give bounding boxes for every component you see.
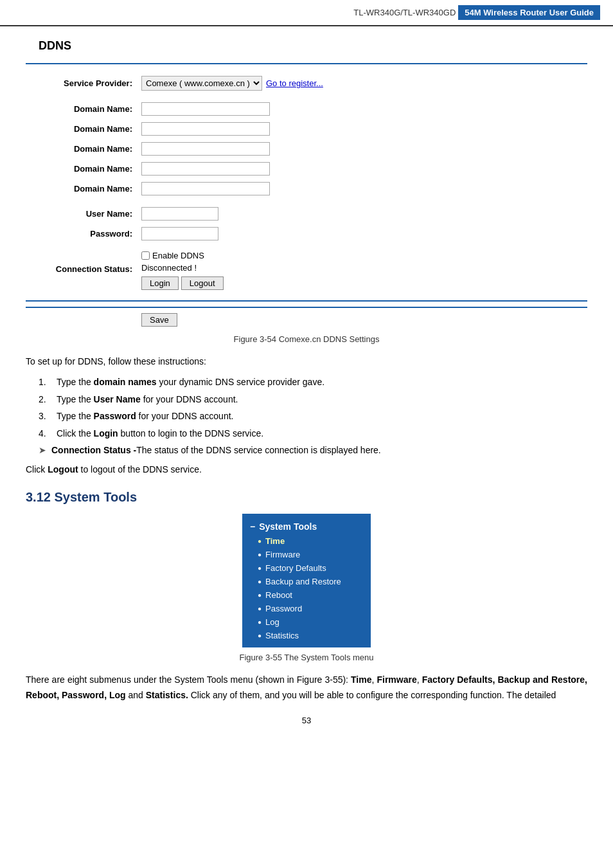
- bullet-icon-reboot: ●: [258, 592, 262, 599]
- domain-name-label-1: Domain Name:: [26, 104, 141, 114]
- login-button[interactable]: Login: [141, 276, 179, 290]
- bold-login: Login: [94, 428, 118, 439]
- connection-status-label: Connection Status:: [26, 263, 141, 274]
- domain-name-input-5[interactable]: [141, 182, 270, 195]
- domain-name-control-4: [141, 162, 270, 176]
- bold-user-name: User Name: [94, 394, 141, 404]
- instruction-step-1: 1. Type the domain names your dynamic DN…: [39, 375, 587, 389]
- domain-name-input-2[interactable]: [141, 122, 270, 136]
- bold-connection-status: Connection Status -: [51, 445, 136, 455]
- user-name-control: [141, 207, 218, 221]
- enable-ddns-checkbox[interactable]: [141, 251, 150, 260]
- domain-name-label-2: Domain Name:: [26, 124, 141, 134]
- password-label: Password:: [26, 229, 141, 239]
- domain-name-input-3[interactable]: [141, 142, 270, 156]
- domain-name-label-5: Domain Name:: [26, 184, 141, 194]
- logout-button[interactable]: Logout: [181, 276, 224, 290]
- figure-55-caption: Figure 3-55 The System Tools menu: [26, 653, 587, 662]
- model-text: TL-WR340G/TL-WR340GD: [353, 8, 456, 17]
- menu-item-backup-restore[interactable]: ● Backup and Restore: [242, 575, 371, 588]
- menu-item-reboot[interactable]: ● Reboot: [242, 588, 371, 602]
- service-provider-select[interactable]: Comexe ( www.comexe.cn ): [141, 76, 262, 91]
- save-btn-container: Save: [26, 313, 177, 327]
- menu-item-time-label: Time: [265, 536, 285, 546]
- password-input[interactable]: [141, 227, 218, 240]
- figure-54-caption: Figure 3-54 Comexe.cn DDNS Settings: [26, 334, 587, 344]
- domain-name-control-5: [141, 182, 270, 195]
- password-row: Password:: [26, 226, 587, 242]
- enable-ddns-row: Enable DDNS: [26, 251, 587, 260]
- instructions-intro: To set up for DDNS, follow these instruc…: [26, 354, 587, 368]
- menu-item-factory-defaults[interactable]: ● Factory Defaults: [242, 561, 371, 575]
- user-name-row: User Name:: [26, 206, 587, 222]
- menu-item-log-label: Log: [265, 617, 280, 627]
- menu-header-label: System Tools: [259, 521, 317, 532]
- connection-status-section: Connection Status: Disconnected ! Login …: [26, 263, 587, 290]
- bullet-icon-backup: ●: [258, 578, 262, 585]
- instructions-list: 1. Type the domain names your dynamic DN…: [39, 375, 587, 457]
- domain-name-control-3: [141, 142, 270, 156]
- menu-item-password[interactable]: ● Password: [242, 602, 371, 615]
- service-provider-label: Service Provider:: [26, 78, 141, 88]
- menu-item-backup-label: Backup and Restore: [265, 577, 341, 586]
- logout-note: Click Logout to logout of the DDNS servi…: [26, 462, 587, 476]
- minus-icon: −: [250, 521, 255, 532]
- bullet-icon-firmware: ●: [258, 551, 262, 558]
- domain-name-input-1[interactable]: [141, 102, 270, 116]
- bold-time: Time: [351, 674, 371, 685]
- domain-name-row-3: Domain Name:: [26, 141, 587, 157]
- menu-item-factory-label: Factory Defaults: [265, 563, 326, 573]
- domain-name-label-3: Domain Name:: [26, 144, 141, 154]
- menu-item-password-label: Password: [265, 604, 302, 613]
- menu-item-statistics-label: Statistics: [265, 631, 299, 640]
- instruction-step-3: 3. Type the Password for your DDNS accou…: [39, 409, 587, 423]
- menu-item-firmware[interactable]: ● Firmware: [242, 548, 371, 561]
- page-number: 53: [26, 716, 587, 725]
- system-tools-description: There are eight submenus under the Syste…: [26, 673, 587, 703]
- ddns-form-box: Service Provider: Comexe ( www.comexe.cn…: [26, 63, 587, 302]
- enable-ddns-label: Enable DDNS: [152, 251, 204, 260]
- password-control: [141, 227, 218, 240]
- connection-status-content: Disconnected ! Login Logout: [141, 263, 224, 290]
- domain-name-control-1: [141, 102, 270, 116]
- domain-name-input-4[interactable]: [141, 162, 270, 176]
- save-row: Save: [26, 307, 587, 329]
- menu-header: − System Tools: [242, 519, 371, 534]
- bold-firmware: Firmware: [377, 674, 416, 685]
- go-register-link[interactable]: Go to register...: [266, 78, 323, 88]
- bold-password: Password: [94, 411, 136, 421]
- ddns-title: DDNS: [26, 39, 587, 53]
- menu-item-time[interactable]: ● Time: [242, 534, 371, 548]
- bullet-icon-factory: ●: [258, 565, 262, 572]
- instruction-step-4: 4. Click the Login button to login to th…: [39, 426, 587, 440]
- bullet-icon-log: ●: [258, 619, 262, 626]
- menu-item-reboot-label: Reboot: [265, 590, 292, 600]
- instruction-bullet: ➤ Connection Status -The status of the D…: [39, 443, 587, 457]
- section-312-heading: 3.12 System Tools: [26, 490, 587, 505]
- bold-logout: Logout: [48, 464, 78, 475]
- domain-name-control-2: [141, 122, 270, 136]
- menu-item-statistics[interactable]: ● Statistics: [242, 629, 371, 642]
- save-button[interactable]: Save: [141, 313, 177, 327]
- user-name-label: User Name:: [26, 209, 141, 219]
- system-tools-menu: − System Tools ● Time ● Firmware ● Facto…: [242, 514, 371, 647]
- service-provider-row: Service Provider: Comexe ( www.comexe.cn…: [26, 75, 587, 92]
- domain-name-row-5: Domain Name:: [26, 181, 587, 197]
- bold-factory: Factory Defaults, Backup and Restore, Re…: [26, 674, 587, 700]
- bold-domain-names: domain names: [94, 377, 157, 387]
- bullet-icon-time: ●: [258, 538, 262, 545]
- login-logout-buttons: Login Logout: [141, 276, 224, 290]
- menu-item-firmware-label: Firmware: [265, 550, 300, 559]
- instruction-step-2: 2. Type the User Name for your DDNS acco…: [39, 392, 587, 406]
- page-header: TL-WR340G/TL-WR340GD 54M Wireless Router…: [0, 0, 613, 26]
- guide-text: 54M Wireless Router User Guide: [458, 5, 600, 20]
- domain-name-row-1: Domain Name:: [26, 101, 587, 117]
- connection-status-value: Disconnected !: [141, 263, 224, 273]
- user-name-input[interactable]: [141, 207, 218, 221]
- main-content: DDNS Service Provider: Comexe ( www.come…: [0, 33, 613, 738]
- bullet-icon-statistics: ●: [258, 632, 262, 639]
- domain-name-label-4: Domain Name:: [26, 164, 141, 174]
- domain-name-row-2: Domain Name:: [26, 121, 587, 137]
- menu-item-log[interactable]: ● Log: [242, 615, 371, 629]
- bullet-icon-password: ●: [258, 605, 262, 612]
